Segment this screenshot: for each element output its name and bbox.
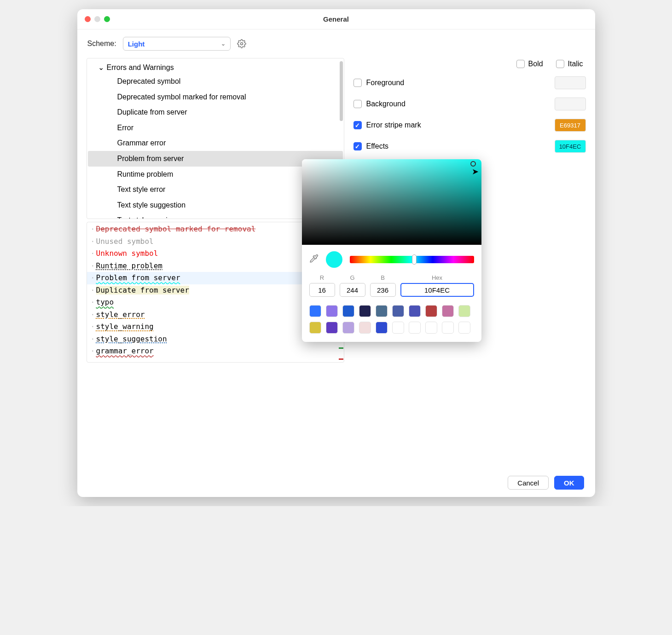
hue-handle[interactable] <box>412 254 417 265</box>
error-stripe-checkbox[interactable] <box>353 121 362 129</box>
tree-item[interactable]: Grammar error <box>88 135 343 151</box>
tree-item[interactable]: Error <box>88 120 343 136</box>
eyedropper-icon[interactable] <box>309 254 319 265</box>
preset-swatch[interactable] <box>342 322 354 334</box>
bold-label: Bold <box>528 60 543 68</box>
preset-swatch[interactable] <box>376 322 388 334</box>
preview-line: style_suggestion <box>96 335 167 343</box>
italic-label: Italic <box>568 60 583 68</box>
preset-swatch[interactable] <box>409 305 421 317</box>
preset-swatch[interactable] <box>359 322 371 334</box>
gear-icon[interactable] <box>237 39 246 48</box>
scrollbar[interactable] <box>340 61 343 121</box>
foreground-swatch[interactable] <box>555 76 586 89</box>
preset-swatch[interactable] <box>342 305 354 317</box>
preset-swatch[interactable] <box>442 322 454 334</box>
preset-swatch[interactable] <box>442 305 454 317</box>
current-color-dot <box>326 251 342 268</box>
preset-swatch[interactable] <box>458 322 470 334</box>
background-label: Background <box>366 100 406 108</box>
scheme-row: Scheme: Light ⌄ <box>77 29 595 58</box>
saturation-value-area[interactable]: ➤ <box>302 159 481 245</box>
tree-group-label: Errors and Warnings <box>107 64 174 72</box>
r-input[interactable] <box>309 283 335 297</box>
effects-swatch[interactable]: 10F4EC <box>555 140 586 153</box>
preview-line: style_warning <box>96 322 154 331</box>
svg-point-0 <box>240 43 243 45</box>
hue-slider[interactable] <box>350 256 474 263</box>
preset-swatch[interactable] <box>309 322 321 334</box>
window-title: General <box>77 15 595 23</box>
titlebar: General <box>77 9 595 29</box>
color-picker: ➤ R G B Hex <box>302 159 481 342</box>
preview-line: Unused symbol <box>96 237 154 246</box>
effects-checkbox[interactable] <box>353 142 362 150</box>
preset-swatch[interactable] <box>326 305 338 317</box>
preset-swatch[interactable] <box>376 305 388 317</box>
preset-swatch[interactable] <box>425 305 437 317</box>
preset-swatch[interactable] <box>326 322 338 334</box>
chevron-down-icon: ⌄ <box>221 40 226 47</box>
preset-swatch[interactable] <box>425 322 437 334</box>
chevron-down-icon: ⌄ <box>98 63 104 72</box>
preset-swatch[interactable] <box>359 305 371 317</box>
b-label: B <box>381 274 385 281</box>
cursor-icon: ➤ <box>472 167 479 177</box>
sv-handle[interactable] <box>470 161 476 167</box>
preview-line: Deprecated symbol marked for removal <box>96 225 256 233</box>
preview-line: Unknown symbol <box>96 249 158 258</box>
settings-window: General Scheme: Light ⌄ ⌄ Errors and War… <box>77 9 595 497</box>
preview-line: Problem from server <box>96 273 180 282</box>
preset-swatches <box>302 301 481 342</box>
bold-checkbox[interactable] <box>516 60 525 68</box>
tree-item[interactable]: Deprecated symbol <box>88 74 343 89</box>
preview-line: Runtime problem <box>96 261 163 270</box>
scheme-select[interactable]: Light ⌄ <box>123 37 231 51</box>
foreground-checkbox[interactable] <box>353 79 362 87</box>
background-checkbox[interactable] <box>353 100 362 108</box>
preset-swatch[interactable] <box>409 322 421 334</box>
hex-input[interactable] <box>400 283 474 297</box>
italic-checkbox[interactable] <box>556 60 564 68</box>
preview-line: Duplicate from server <box>96 286 189 294</box>
tree-item[interactable]: Deprecated symbol marked for removal <box>88 89 343 105</box>
b-input[interactable] <box>370 283 396 297</box>
g-input[interactable] <box>340 283 365 297</box>
ok-button[interactable]: OK <box>554 476 584 490</box>
scheme-label: Scheme: <box>87 40 116 48</box>
preview-line: typo <box>96 298 114 306</box>
background-swatch[interactable] <box>555 98 586 110</box>
effects-label: Effects <box>366 142 389 150</box>
preset-swatch[interactable] <box>392 322 404 334</box>
tree-item[interactable]: Duplicate from server <box>88 104 343 120</box>
error-stripe-swatch[interactable]: E69317 <box>555 119 586 132</box>
preset-swatch[interactable] <box>458 305 470 317</box>
scheme-value: Light <box>128 40 145 48</box>
preview-line: style_error <box>96 310 145 319</box>
preview-line: grammar_error <box>96 346 154 355</box>
bold-option[interactable]: Bold <box>516 60 543 68</box>
hex-label: Hex <box>432 274 442 281</box>
g-label: G <box>350 274 354 281</box>
foreground-label: Foreground <box>366 79 405 87</box>
cancel-button[interactable]: Cancel <box>508 476 549 490</box>
preset-swatch[interactable] <box>309 305 321 317</box>
error-stripe-label: Error stripe mark <box>366 121 421 129</box>
tree-group[interactable]: ⌄ Errors and Warnings <box>88 61 343 74</box>
italic-option[interactable]: Italic <box>556 60 583 68</box>
preset-swatch[interactable] <box>392 305 404 317</box>
r-label: R <box>320 274 324 281</box>
